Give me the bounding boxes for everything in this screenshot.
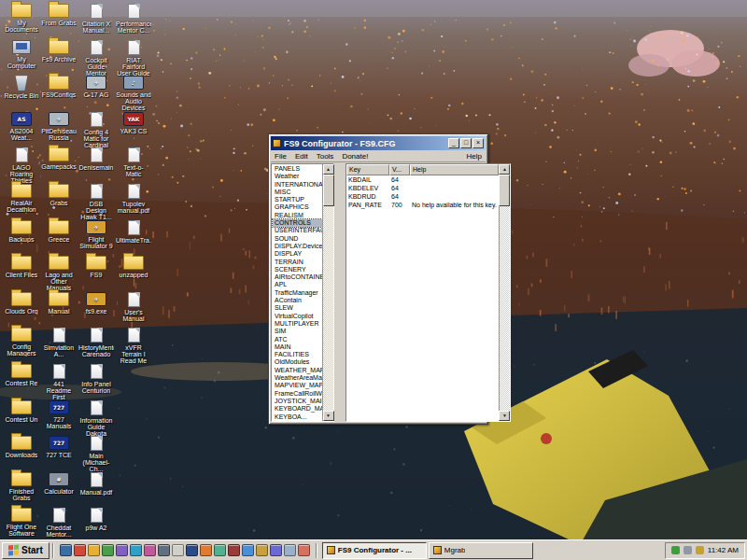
section-item-facilities[interactable]: FACILITIES bbox=[273, 351, 322, 358]
quick-launch-icon-11[interactable] bbox=[200, 544, 212, 556]
section-item-graphics[interactable]: GRAPHICS bbox=[273, 203, 322, 211]
desktop-icon-flight-simulator-9[interactable]: ✈Flight Simulator 9 bbox=[78, 220, 114, 249]
desktop-icon-grabs[interactable]: Grabs bbox=[41, 184, 77, 206]
desktop-icon-tupolev-manual-pdf[interactable]: Tupolev manual.pdf bbox=[116, 184, 151, 214]
quick-launch-icon-9[interactable] bbox=[172, 544, 184, 556]
desktop-icon-config-managers[interactable]: Config Managers bbox=[4, 328, 39, 357]
section-item-trafficmanager[interactable]: TrafficManager bbox=[273, 289, 322, 297]
section-list-scrollbar[interactable]: ▲ ▼ bbox=[322, 164, 333, 421]
quick-launch-icon-14[interactable] bbox=[242, 544, 254, 556]
desktop-icon-fs9[interactable]: FS9 bbox=[78, 256, 114, 278]
desktop-icon-unzapped[interactable]: unzapped bbox=[116, 256, 151, 278]
taskbar-task-mgrab[interactable]: Mgrab bbox=[429, 542, 533, 559]
section-item-slew[interactable]: SLEW bbox=[273, 304, 322, 312]
table-row[interactable]: KBDELEV64 bbox=[346, 184, 499, 192]
desktop-icon-user-s-manual[interactable]: User's Manual bbox=[116, 292, 151, 322]
taskbar-task-fs9-configurator[interactable]: FS9 Configurator - ... bbox=[322, 542, 427, 559]
desktop-icon-manual[interactable]: Manual bbox=[41, 292, 77, 315]
column-header-value[interactable]: V... bbox=[389, 164, 410, 175]
section-item-scenery[interactable]: SCENERY bbox=[273, 266, 322, 273]
desktop-icon-727-tce[interactable]: 727727 TCE bbox=[41, 436, 77, 458]
desktop-icon-cockpit-guide-mentor-ca[interactable]: Cockpit Guide Mentor Ca... bbox=[78, 40, 114, 77]
quick-launch-icon-1[interactable] bbox=[60, 544, 72, 556]
desktop-icon-text-o-matic[interactable]: Text-o-Matic bbox=[116, 147, 151, 177]
desktop-icon-citation-x-manual[interactable]: Citation X Manual... bbox=[78, 4, 114, 34]
quick-launch-icon-6[interactable] bbox=[130, 544, 142, 556]
table-row[interactable]: PAN_RATE700No help available for this ke… bbox=[346, 201, 499, 209]
section-item-startup[interactable]: STARTUP bbox=[273, 196, 322, 203]
section-item-weatherareamap[interactable]: WeatherAreaMap bbox=[273, 374, 322, 382]
table-row[interactable]: KBDAIL64 bbox=[346, 175, 499, 184]
quick-launch-icon-4[interactable] bbox=[102, 544, 114, 556]
section-item-apl[interactable]: APL bbox=[273, 281, 322, 288]
desktop-icon-lago-roaring-thirties-manual[interactable]: LAGO Roaring Thirties Manual bbox=[4, 147, 39, 184]
section-item-terrain[interactable]: TERRAIN bbox=[273, 259, 322, 266]
section-item-userinterface[interactable]: USERINTERFACE bbox=[273, 227, 322, 234]
desktop-icon-fs9-archive[interactable]: Fs9 Archive bbox=[41, 40, 77, 63]
scroll-up-icon[interactable]: ▲ bbox=[323, 164, 334, 175]
table-row[interactable]: KBDRUD64 bbox=[346, 192, 499, 201]
desktop-icon-performance-mentor-c[interactable]: Performance Mentor C... bbox=[116, 4, 151, 34]
quick-launch-icon-2[interactable] bbox=[74, 544, 86, 556]
desktop-icon-information-guide-dakota[interactable]: Information Guide Dakota bbox=[78, 400, 114, 437]
quick-launch-icon-12[interactable] bbox=[214, 544, 226, 556]
desktop-icon-c-17-ag[interactable]: ✈C-17 AG bbox=[78, 76, 114, 98]
section-item-sound[interactable]: SOUND bbox=[273, 235, 322, 243]
section-item-keyboa[interactable]: KEYBOA... bbox=[273, 413, 322, 421]
desktop-icon-realair-decathlon[interactable]: RealAir Decathlon bbox=[4, 184, 39, 213]
quick-launch-icon-15[interactable] bbox=[256, 544, 268, 556]
desktop-icon-my-documents[interactable]: My Documents bbox=[4, 4, 39, 33]
desktop-icon-441-readme-first[interactable]: 441 Readme First bbox=[41, 364, 77, 400]
column-header-key[interactable]: Key bbox=[346, 164, 389, 175]
desktop-icon-ultimatetra[interactable]: UltimateTra... bbox=[116, 220, 151, 244]
section-item-controls[interactable]: CONTROLS bbox=[273, 219, 322, 227]
quick-launch-icon-7[interactable] bbox=[144, 544, 156, 556]
desktop-icon-info-panel-centurion[interactable]: Info Panel Centurion bbox=[78, 364, 114, 394]
menu-edit[interactable]: Edit bbox=[295, 152, 308, 161]
section-item-main[interactable]: MAIN bbox=[273, 343, 322, 351]
desktop-icon-p9w-a2[interactable]: p9w A2 bbox=[78, 508, 114, 531]
quick-launch-icon-8[interactable] bbox=[158, 544, 170, 556]
section-item-sim[interactable]: SIM bbox=[273, 328, 322, 335]
desktop-icon-pitdeniseau-russia[interactable]: ✈PitDeniseau Russia bbox=[41, 112, 77, 141]
desktop-icon-downloads[interactable]: Downloads bbox=[4, 436, 39, 458]
menu-file[interactable]: File bbox=[275, 152, 287, 161]
quick-launch-icon-10[interactable] bbox=[186, 544, 198, 556]
scroll-down-icon[interactable]: ▼ bbox=[323, 411, 334, 421]
section-item-display-device-nvidi[interactable]: DISPLAY.Device.NVIDI bbox=[273, 243, 322, 250]
section-item-acontain[interactable]: AContain bbox=[273, 297, 322, 304]
desktop-icon-dsb-design-hawk-t1[interactable]: DSB Design Hawk T1... bbox=[78, 184, 114, 220]
desktop-icon-sounds-and-audio-devices[interactable]: ♪Sounds and Audio Devices bbox=[116, 76, 151, 111]
section-item-misc[interactable]: MISC bbox=[273, 189, 322, 196]
desktop-icon-flight-one-software[interactable]: Flight One Software bbox=[4, 508, 39, 537]
start-button[interactable]: Start bbox=[2, 542, 49, 559]
section-item-display[interactable]: DISPLAY bbox=[273, 250, 322, 258]
maximize-button[interactable]: □ bbox=[460, 138, 472, 148]
desktop-icon-recycle-bin[interactable]: Recycle Bin bbox=[4, 76, 39, 99]
desktop-icon-manual-pdf[interactable]: Manual.pdf bbox=[78, 472, 114, 496]
menu-help[interactable]: Help bbox=[467, 152, 482, 161]
scroll-thumb[interactable] bbox=[499, 175, 510, 206]
desktop-icon-cheddat-mentor[interactable]: Cheddat Mentor... bbox=[41, 508, 77, 538]
section-item-oldmodules[interactable]: OldModules bbox=[273, 358, 322, 366]
quick-launch-icon-5[interactable] bbox=[116, 544, 128, 556]
menu-tools[interactable]: Tools bbox=[317, 152, 334, 161]
quick-launch-icon-17[interactable] bbox=[284, 544, 296, 556]
desktop-icon-historymentor-carenado[interactable]: HistoryMentor Carenado bbox=[78, 328, 114, 357]
section-item-keyboard-main[interactable]: KEYBOARD_MAIN bbox=[273, 405, 322, 413]
close-button[interactable]: × bbox=[472, 138, 484, 148]
column-header-help[interactable]: Help bbox=[410, 164, 499, 175]
desktop-icon-calculator[interactable]: #Calculator bbox=[41, 472, 77, 495]
desktop-icon-greece[interactable]: Greece bbox=[41, 220, 77, 243]
desktop-icon-727-manuals[interactable]: 727727 Manuals bbox=[41, 400, 77, 429]
section-item-panels[interactable]: PANELS bbox=[273, 165, 322, 173]
scroll-down-icon[interactable]: ▼ bbox=[499, 411, 510, 421]
section-item-international[interactable]: INTERNATIONAL bbox=[273, 181, 322, 189]
desktop-icon-riat-fairford-user-guide[interactable]: RIAT Fairford User Guide bbox=[116, 40, 151, 77]
desktop-icon-simviation-a[interactable]: Simviation A... bbox=[41, 328, 77, 357]
quick-launch-icon-16[interactable] bbox=[270, 544, 282, 556]
volume-icon[interactable] bbox=[684, 546, 692, 554]
desktop-icon-denisemain[interactable]: Denisemain bbox=[78, 147, 114, 171]
desktop-icon-my-computer[interactable]: My Computer bbox=[4, 40, 39, 69]
desktop-icon-contest-re[interactable]: Contest Re bbox=[4, 364, 39, 386]
